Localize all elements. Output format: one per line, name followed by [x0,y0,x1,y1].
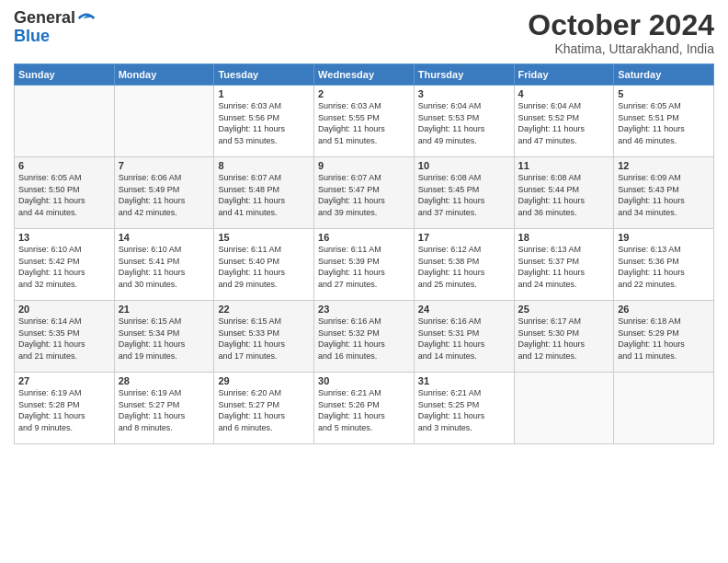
day-number: 24 [418,304,510,315]
day-number: 29 [218,375,310,386]
day-cell: 22Sunrise: 6:15 AM Sunset: 5:33 PM Dayli… [214,301,314,373]
day-number: 31 [418,375,510,386]
day-cell: 20Sunrise: 6:14 AM Sunset: 5:35 PM Dayli… [15,301,115,373]
day-info: Sunrise: 6:19 AM Sunset: 5:27 PM Dayligh… [119,387,210,433]
day-number: 17 [418,232,510,243]
day-number: 2 [318,88,410,99]
day-cell: 4Sunrise: 6:04 AM Sunset: 5:52 PM Daylig… [514,86,614,157]
day-cell: 9Sunrise: 6:07 AM Sunset: 5:47 PM Daylig… [314,157,415,229]
day-number: 13 [18,232,110,243]
day-info: Sunrise: 6:21 AM Sunset: 5:25 PM Dayligh… [418,387,510,433]
day-number: 5 [618,88,710,99]
day-number: 18 [518,232,610,243]
day-cell: 15Sunrise: 6:11 AM Sunset: 5:40 PM Dayli… [214,229,314,301]
day-number: 23 [318,304,410,315]
day-cell: 3Sunrise: 6:04 AM Sunset: 5:53 PM Daylig… [414,86,514,157]
week-row-2: 6Sunrise: 6:05 AM Sunset: 5:50 PM Daylig… [15,157,714,229]
day-info: Sunrise: 6:10 AM Sunset: 5:41 PM Dayligh… [119,244,210,290]
week-row-5: 27Sunrise: 6:19 AM Sunset: 5:28 PM Dayli… [15,373,714,444]
header-cell-sunday: Sunday [15,64,115,86]
day-info: Sunrise: 6:11 AM Sunset: 5:40 PM Dayligh… [218,244,310,290]
day-info: Sunrise: 6:21 AM Sunset: 5:26 PM Dayligh… [318,387,410,433]
day-info: Sunrise: 6:03 AM Sunset: 5:56 PM Dayligh… [218,100,310,146]
day-number: 14 [119,232,210,243]
day-info: Sunrise: 6:19 AM Sunset: 5:28 PM Dayligh… [18,387,110,433]
week-row-4: 20Sunrise: 6:14 AM Sunset: 5:35 PM Dayli… [15,301,714,373]
day-cell [514,373,614,444]
day-number: 26 [618,304,710,315]
day-info: Sunrise: 6:08 AM Sunset: 5:44 PM Dayligh… [518,172,610,218]
day-cell: 6Sunrise: 6:05 AM Sunset: 5:50 PM Daylig… [15,157,115,229]
day-cell [614,373,714,444]
logo-text: General [14,9,75,28]
day-number: 7 [119,160,210,171]
day-info: Sunrise: 6:07 AM Sunset: 5:47 PM Dayligh… [318,172,410,218]
day-cell: 17Sunrise: 6:12 AM Sunset: 5:38 PM Dayli… [414,229,514,301]
day-cell: 12Sunrise: 6:09 AM Sunset: 5:43 PM Dayli… [614,157,714,229]
day-info: Sunrise: 6:12 AM Sunset: 5:38 PM Dayligh… [418,244,510,290]
header: General Blue October 2024 Khatima, Uttar… [14,9,714,56]
day-info: Sunrise: 6:13 AM Sunset: 5:37 PM Dayligh… [518,244,610,290]
day-info: Sunrise: 6:11 AM Sunset: 5:39 PM Dayligh… [318,244,410,290]
logo-blue: Blue [14,28,96,44]
day-info: Sunrise: 6:05 AM Sunset: 5:51 PM Dayligh… [618,100,710,146]
day-info: Sunrise: 6:20 AM Sunset: 5:27 PM Dayligh… [218,387,310,433]
day-info: Sunrise: 6:10 AM Sunset: 5:42 PM Dayligh… [18,244,110,290]
day-cell: 27Sunrise: 6:19 AM Sunset: 5:28 PM Dayli… [15,373,115,444]
day-info: Sunrise: 6:18 AM Sunset: 5:29 PM Dayligh… [618,316,710,362]
header-cell-wednesday: Wednesday [314,64,415,86]
day-cell: 16Sunrise: 6:11 AM Sunset: 5:39 PM Dayli… [314,229,415,301]
day-info: Sunrise: 6:13 AM Sunset: 5:36 PM Dayligh… [618,244,710,290]
day-info: Sunrise: 6:04 AM Sunset: 5:52 PM Dayligh… [518,100,610,146]
day-cell: 25Sunrise: 6:17 AM Sunset: 5:30 PM Dayli… [514,301,614,373]
day-number: 15 [218,232,310,243]
day-cell: 21Sunrise: 6:15 AM Sunset: 5:34 PM Dayli… [114,301,214,373]
day-info: Sunrise: 6:05 AM Sunset: 5:50 PM Dayligh… [18,172,110,218]
day-cell: 8Sunrise: 6:07 AM Sunset: 5:48 PM Daylig… [214,157,314,229]
day-cell: 1Sunrise: 6:03 AM Sunset: 5:56 PM Daylig… [214,86,314,157]
title-area: October 2024 Khatima, Uttarakhand, India [528,9,714,56]
day-info: Sunrise: 6:03 AM Sunset: 5:55 PM Dayligh… [318,100,410,146]
header-cell-monday: Monday [114,64,214,86]
day-info: Sunrise: 6:09 AM Sunset: 5:43 PM Dayligh… [618,172,710,218]
day-number: 27 [18,375,110,386]
day-info: Sunrise: 6:15 AM Sunset: 5:34 PM Dayligh… [119,316,210,362]
day-info: Sunrise: 6:04 AM Sunset: 5:53 PM Dayligh… [418,100,510,146]
day-info: Sunrise: 6:16 AM Sunset: 5:32 PM Dayligh… [318,316,410,362]
header-cell-tuesday: Tuesday [214,64,314,86]
month-title: October 2024 [528,9,714,41]
day-cell: 11Sunrise: 6:08 AM Sunset: 5:44 PM Dayli… [514,157,614,229]
week-row-1: 1Sunrise: 6:03 AM Sunset: 5:56 PM Daylig… [15,86,714,157]
day-number: 9 [318,160,410,171]
header-cell-friday: Friday [514,64,614,86]
day-cell: 30Sunrise: 6:21 AM Sunset: 5:26 PM Dayli… [314,373,415,444]
day-number: 16 [318,232,410,243]
day-cell: 2Sunrise: 6:03 AM Sunset: 5:55 PM Daylig… [314,86,415,157]
day-number: 21 [119,304,210,315]
day-info: Sunrise: 6:16 AM Sunset: 5:31 PM Dayligh… [418,316,510,362]
header-cell-saturday: Saturday [614,64,714,86]
day-cell: 26Sunrise: 6:18 AM Sunset: 5:29 PM Dayli… [614,301,714,373]
day-number: 25 [518,304,610,315]
day-cell: 19Sunrise: 6:13 AM Sunset: 5:36 PM Dayli… [614,229,714,301]
day-number: 6 [18,160,110,171]
header-cell-thursday: Thursday [414,64,514,86]
header-row: SundayMondayTuesdayWednesdayThursdayFrid… [15,64,714,86]
day-cell: 18Sunrise: 6:13 AM Sunset: 5:37 PM Dayli… [514,229,614,301]
day-cell [15,86,115,157]
day-cell: 13Sunrise: 6:10 AM Sunset: 5:42 PM Dayli… [15,229,115,301]
day-number: 1 [218,88,310,99]
logo: General Blue [14,9,96,44]
week-row-3: 13Sunrise: 6:10 AM Sunset: 5:42 PM Dayli… [15,229,714,301]
day-number: 3 [418,88,510,99]
calendar-table: SundayMondayTuesdayWednesdayThursdayFrid… [14,63,714,444]
day-cell: 10Sunrise: 6:08 AM Sunset: 5:45 PM Dayli… [414,157,514,229]
calendar-container: General Blue October 2024 Khatima, Uttar… [0,0,728,563]
day-number: 19 [618,232,710,243]
location-subtitle: Khatima, Uttarakhand, India [528,41,714,56]
day-cell: 29Sunrise: 6:20 AM Sunset: 5:27 PM Dayli… [214,373,314,444]
day-cell: 31Sunrise: 6:21 AM Sunset: 5:25 PM Dayli… [414,373,514,444]
day-cell [114,86,214,157]
day-info: Sunrise: 6:08 AM Sunset: 5:45 PM Dayligh… [418,172,510,218]
day-info: Sunrise: 6:14 AM Sunset: 5:35 PM Dayligh… [18,316,110,362]
